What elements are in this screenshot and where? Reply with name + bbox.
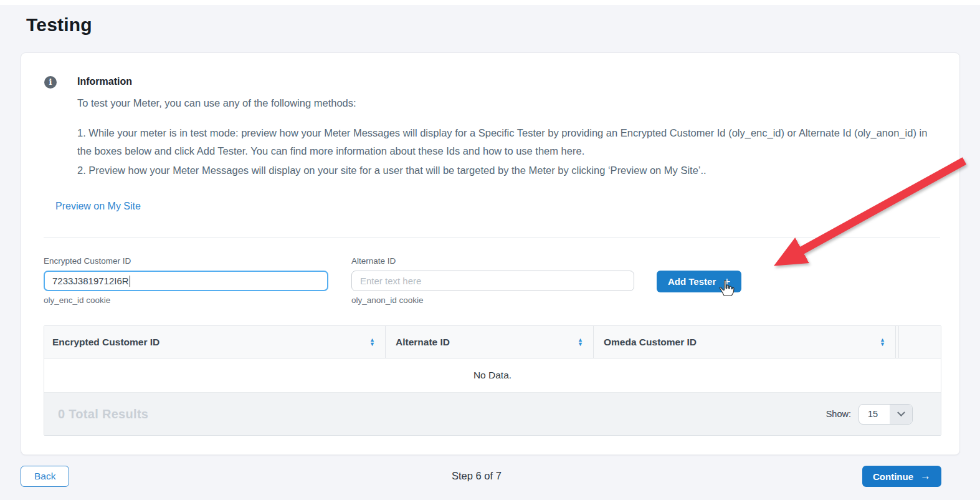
- page-size-select[interactable]: 15: [859, 404, 913, 425]
- alternate-id-input[interactable]: [351, 271, 634, 291]
- information-method-2: 2. Preview how your Meter Messages will …: [77, 163, 932, 178]
- sort-icon[interactable]: ▲ ▼: [880, 338, 885, 347]
- show-label: Show:: [826, 409, 851, 419]
- column-header-omeda-customer-id[interactable]: Omeda Customer ID ▲ ▼: [594, 326, 896, 358]
- section-divider: [44, 238, 940, 238]
- encrypted-customer-id-field-group: Encrypted Customer ID 7233J3819712I6R ol…: [44, 256, 328, 305]
- testing-card: i Information To test your Meter, you ca…: [21, 52, 960, 455]
- information-section: i Information To test your Meter, you ca…: [21, 53, 959, 178]
- information-heading: Information: [77, 75, 932, 88]
- testers-table-footer: 0 Total Results Show: 15: [44, 393, 941, 435]
- alternate-id-label: Alternate ID: [351, 256, 634, 267]
- page-size-control: Show: 15: [826, 404, 913, 425]
- encrypted-customer-id-input[interactable]: 7233J3819712I6R: [44, 271, 328, 291]
- chevron-down-icon: [890, 405, 912, 424]
- alternate-id-field-group: Alternate ID oly_anon_id cookie: [351, 256, 634, 305]
- column-header-label: Omeda Customer ID: [604, 337, 697, 348]
- column-header-encrypted-customer-id[interactable]: Encrypted Customer ID ▲ ▼: [44, 326, 386, 358]
- preview-on-my-site-link[interactable]: Preview on My Site: [55, 200, 141, 213]
- testers-table-header: Encrypted Customer ID ▲ ▼ Alternate ID ▲…: [44, 326, 941, 358]
- add-tester-button[interactable]: Add Tester +: [657, 271, 741, 292]
- total-results-label: 0 Total Results: [58, 407, 148, 421]
- information-method-1: 1. While your meter is in test mode: pre…: [77, 124, 932, 160]
- table-empty-row: No Data.: [44, 358, 941, 393]
- back-button[interactable]: Back: [21, 466, 69, 487]
- continue-button-label: Continue: [873, 471, 913, 482]
- page-size-value: 15: [859, 409, 890, 419]
- encrypted-customer-id-value: 7233J3819712I6R: [52, 276, 129, 286]
- sort-down-icon: ▼: [369, 342, 375, 347]
- sort-icon[interactable]: ▲ ▼: [578, 338, 583, 347]
- sort-down-icon: ▼: [578, 342, 583, 347]
- information-content: Information To test your Meter, you can …: [77, 75, 932, 178]
- testers-table: Encrypted Customer ID ▲ ▼ Alternate ID ▲…: [44, 325, 941, 436]
- sort-icon[interactable]: ▲ ▼: [369, 338, 375, 347]
- column-header-actions: [898, 326, 941, 358]
- alternate-id-help: oly_anon_id cookie: [351, 296, 634, 305]
- page-title: Testing: [26, 13, 980, 37]
- add-tester-button-label: Add Tester: [668, 276, 716, 287]
- column-header-label: Alternate ID: [396, 337, 450, 348]
- information-intro: To test your Meter, you can use any of t…: [77, 95, 932, 110]
- wizard-footer: Back Step 6 of 7 Continue →: [0, 466, 980, 487]
- encrypted-customer-id-label: Encrypted Customer ID: [44, 256, 328, 267]
- add-tester-form: Encrypted Customer ID 7233J3819712I6R ol…: [44, 256, 959, 305]
- text-caret: [130, 276, 131, 287]
- arrow-right-icon: →: [920, 470, 931, 483]
- step-indicator: Step 6 of 7: [452, 470, 502, 482]
- encrypted-customer-id-help: oly_enc_id cookie: [44, 296, 328, 305]
- plus-icon: +: [723, 276, 730, 287]
- column-header-label: Encrypted Customer ID: [52, 337, 159, 348]
- continue-button[interactable]: Continue →: [862, 466, 941, 487]
- column-header-alternate-id[interactable]: Alternate ID ▲ ▼: [386, 326, 594, 358]
- sort-down-icon: ▼: [880, 342, 885, 347]
- top-strip: [0, 0, 980, 5]
- info-icon: i: [44, 76, 57, 89]
